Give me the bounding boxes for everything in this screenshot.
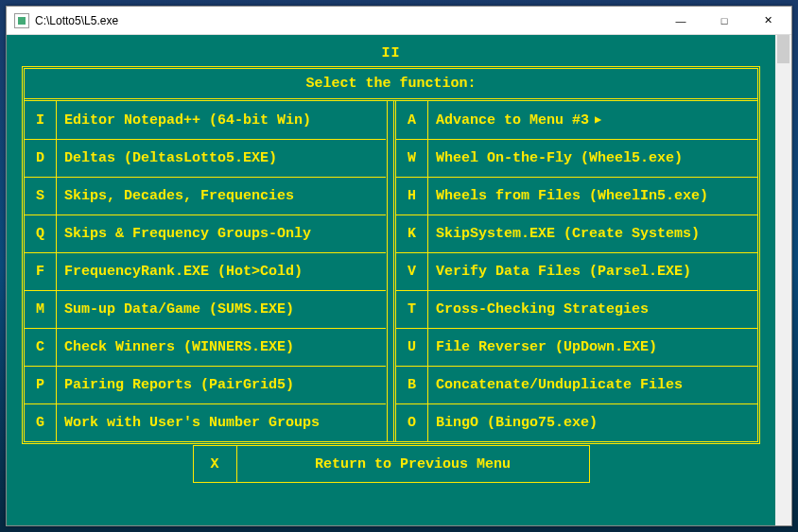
menu-item-return[interactable]: X Return to Previous Menu xyxy=(193,445,590,483)
menu-label: Wheels from Files (WheelIn5.exe) xyxy=(428,178,757,215)
menu-item-o[interactable]: OBingO (Bingo75.exe) xyxy=(396,403,757,441)
menu-key: B xyxy=(396,367,428,403)
menu-label: Skips & Frequency Groups-Only xyxy=(57,215,386,252)
menu-grid: IEditor Notepad++ (64-bit Win)DDeltas (D… xyxy=(25,101,757,441)
console: II Select the function: IEditor Notepad+… xyxy=(7,35,775,525)
menu-key: P xyxy=(25,367,57,403)
menu-item-q[interactable]: QSkips & Frequency Groups-Only xyxy=(25,215,386,252)
menu-label: Pairing Reports (PairGrid5) xyxy=(57,367,386,403)
menu-key: U xyxy=(396,329,428,366)
menu-key: O xyxy=(396,404,428,441)
menu-key: T xyxy=(396,291,428,328)
menu-column-left: IEditor Notepad++ (64-bit Win)DDeltas (D… xyxy=(25,101,387,441)
scrollbar-track[interactable] xyxy=(775,35,791,525)
menu-key: K xyxy=(396,215,428,252)
menu-key: F xyxy=(25,253,57,290)
maximize-button[interactable]: □ xyxy=(703,8,746,34)
menu-item-b[interactable]: BConcatenate/Unduplicate Files xyxy=(396,366,757,403)
menu-item-w[interactable]: WWheel On-the-Fly (Wheel5.exe) xyxy=(396,139,757,177)
close-button[interactable]: ✕ xyxy=(746,8,789,34)
menu-key: A xyxy=(396,101,428,139)
menu-label: Editor Notepad++ (64-bit Win) xyxy=(57,101,386,139)
menu-frame: Select the function: IEditor Notepad++ (… xyxy=(22,66,760,444)
menu-key: M xyxy=(25,291,57,328)
menu-item-c[interactable]: CCheck Winners (WINNERS.EXE) xyxy=(25,328,386,366)
menu-label: Concatenate/Unduplicate Files xyxy=(428,367,757,403)
menu-label: FrequencyRank.EXE (Hot>Cold) xyxy=(57,253,386,290)
menu-label: Advance to Menu #3▶ xyxy=(428,101,757,139)
menu-label: Work with User's Number Groups xyxy=(57,404,386,441)
menu-key: D xyxy=(25,140,57,177)
menu-item-t[interactable]: TCross-Checking Strategies xyxy=(396,290,757,328)
titlebar[interactable]: C:\Lotto5\L5.exe — □ ✕ xyxy=(7,7,791,35)
menu-item-f[interactable]: FFrequencyRank.EXE (Hot>Cold) xyxy=(25,252,386,290)
menu-label: Return to Previous Menu xyxy=(237,446,589,482)
column-separator xyxy=(387,101,396,441)
menu-key: G xyxy=(25,404,57,441)
menu-item-g[interactable]: GWork with User's Number Groups xyxy=(25,403,386,441)
menu-key: X xyxy=(194,446,237,482)
minimize-button[interactable]: — xyxy=(659,8,703,34)
menu-label: Wheel On-the-Fly (Wheel5.exe) xyxy=(428,140,757,177)
menu-label: Deltas (DeltasLotto5.EXE) xyxy=(57,140,386,177)
menu-key: V xyxy=(396,253,428,290)
scrollbar-thumb[interactable] xyxy=(777,35,789,63)
window-controls: — □ ✕ xyxy=(659,8,789,34)
menu-label: Verify Data Files (Parsel.EXE) xyxy=(428,253,757,290)
app-window: C:\Lotto5\L5.exe — □ ✕ II Select the fun… xyxy=(6,6,792,526)
menu-column-right: AAdvance to Menu #3▶WWheel On-the-Fly (W… xyxy=(396,101,757,441)
menu-item-i[interactable]: IEditor Notepad++ (64-bit Win) xyxy=(25,101,386,139)
menu-key: S xyxy=(25,178,57,215)
menu-label: Check Winners (WINNERS.EXE) xyxy=(57,329,386,366)
menu-label: File Reverser (UpDown.EXE) xyxy=(428,329,757,366)
menu-item-a[interactable]: AAdvance to Menu #3▶ xyxy=(396,101,757,139)
menu-label: SkipSystem.EXE (Create Systems) xyxy=(428,215,757,252)
menu-key: I xyxy=(25,101,57,139)
menu-item-m[interactable]: MSum-up Data/Game (SUMS.EXE) xyxy=(25,290,386,328)
app-icon xyxy=(14,13,29,28)
menu-item-u[interactable]: UFile Reverser (UpDown.EXE) xyxy=(396,328,757,366)
client-area: II Select the function: IEditor Notepad+… xyxy=(7,35,791,525)
menu-label: Sum-up Data/Game (SUMS.EXE) xyxy=(57,291,386,328)
menu-key: H xyxy=(396,178,428,215)
menu-label: Cross-Checking Strategies xyxy=(428,291,757,328)
menu-label: Skips, Decades, Frequencies xyxy=(57,178,386,215)
menu-key: W xyxy=(396,140,428,177)
menu-item-d[interactable]: DDeltas (DeltasLotto5.EXE) xyxy=(25,139,386,177)
menu-item-v[interactable]: VVerify Data Files (Parsel.EXE) xyxy=(396,252,757,290)
menu-item-h[interactable]: HWheels from Files (WheelIn5.exe) xyxy=(396,177,757,215)
menu-key: C xyxy=(25,329,57,366)
menu-item-k[interactable]: KSkipSystem.EXE (Create Systems) xyxy=(396,215,757,252)
arrow-right-icon: ▶ xyxy=(595,114,601,126)
menu-item-p[interactable]: PPairing Reports (PairGrid5) xyxy=(25,366,386,403)
menu-key: Q xyxy=(25,215,57,252)
page-number: II xyxy=(22,46,760,60)
menu-item-s[interactable]: SSkips, Decades, Frequencies xyxy=(25,177,386,215)
menu-prompt: Select the function: xyxy=(25,69,757,101)
menu-label: BingO (Bingo75.exe) xyxy=(428,404,757,441)
vertical-scrollbar[interactable] xyxy=(775,35,791,525)
window-title: C:\Lotto5\L5.exe xyxy=(35,14,659,27)
